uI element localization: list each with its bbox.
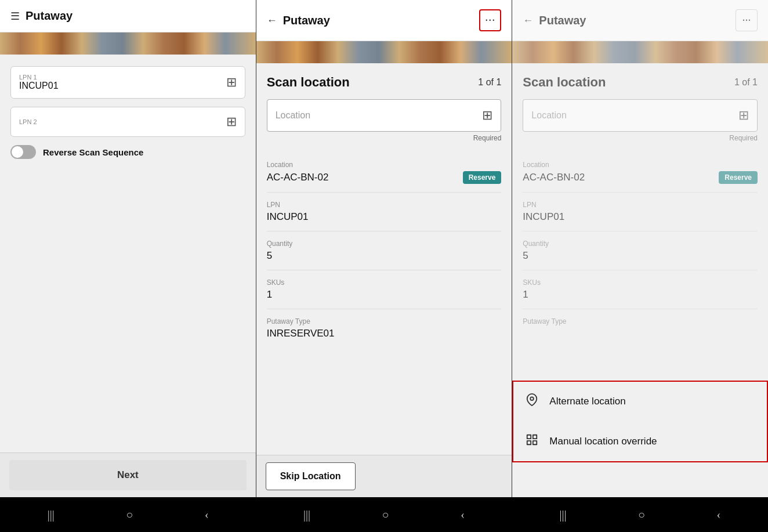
lpn2-field[interactable]: LPN 2 ⊞ — [10, 107, 245, 137]
grid-icon — [524, 433, 540, 450]
nav-recent-icon[interactable]: ||| — [48, 508, 55, 522]
screen1-header-left: ☰ Putaway — [10, 9, 73, 23]
nav-home-icon-3[interactable]: ○ — [638, 508, 645, 522]
screen3-skus-value: 1 — [523, 289, 758, 301]
screen3-location-input[interactable]: Location ⊞ — [523, 99, 758, 132]
screen3-scan-header: Scan location 1 of 1 — [523, 75, 758, 90]
nav-back-icon-2[interactable]: ‹ — [461, 508, 465, 522]
screen2-putaway-value: INRESERVE01 — [267, 328, 502, 339]
nav-back-icon[interactable]: ‹ — [205, 508, 209, 522]
screen3-more-icon: ··· — [742, 14, 751, 27]
screen2-skus-row: SKUs 1 — [267, 270, 502, 309]
screen3-location-value: AC-AC-BN-02 — [523, 172, 585, 183]
screen2-location-placeholder: Location — [276, 110, 311, 121]
screen3-qty-row: Quantity 5 — [523, 231, 758, 270]
screen2-location-input[interactable]: Location ⊞ — [267, 99, 502, 132]
screen2-more-button[interactable]: ··· — [479, 9, 501, 31]
screen2-skus-label: SKUs — [267, 278, 502, 287]
svg-rect-3 — [527, 441, 531, 444]
screen1-banner — [0, 32, 256, 55]
screen2-location-label: Location — [267, 161, 502, 169]
screen2-putaway-label: Putaway Type — [267, 317, 502, 325]
alternate-location-label: Alternate location — [549, 396, 625, 407]
screen3-reserve-badge: Reserve — [719, 171, 758, 184]
screen3-content: Scan location 1 of 1 Location ⊞ Required… — [512, 63, 768, 338]
screen3-title: Putaway — [539, 14, 586, 27]
lpn1-barcode-icon[interactable]: ⊞ — [226, 75, 237, 90]
screen2-skus-value: 1 — [267, 289, 502, 301]
screen3-back-icon[interactable]: ← — [523, 15, 533, 27]
screen2-content: Scan location 1 of 1 Location ⊞ Required… — [256, 63, 512, 455]
reverse-scan-toggle[interactable] — [10, 145, 36, 159]
screen2-lpn-value: INCUP01 — [267, 211, 502, 223]
svg-rect-1 — [527, 435, 531, 439]
nav-back-icon-3[interactable]: ‹ — [717, 508, 721, 522]
screen2-lpn-label: LPN — [267, 201, 502, 209]
screen3-header: ← Putaway ··· — [512, 0, 768, 41]
screen3-location-row: Location AC-AC-BN-02 Reserve — [523, 153, 758, 193]
nav-section-2: ||| ○ ‹ — [256, 497, 512, 532]
screen2-putaway-row: Putaway Type INRESERVE01 — [267, 309, 502, 348]
nav-section-1: ||| ○ ‹ — [0, 497, 256, 532]
lpn2-field-inner: LPN 2 — [19, 118, 37, 125]
nav-home-icon-2[interactable]: ○ — [382, 508, 389, 522]
nav-home-icon[interactable]: ○ — [126, 508, 133, 522]
screen1-bottom-bar: Next — [0, 453, 256, 497]
screen3: ← Putaway ··· Scan location 1 of 1 Locat… — [512, 0, 768, 497]
skip-location-button[interactable]: Skip Location — [266, 462, 356, 490]
manual-location-item[interactable]: Manual location override — [513, 422, 767, 461]
dropdown-menu: Alternate location Manual location overr… — [512, 381, 768, 462]
screen2-location-value-row: AC-AC-BN-02 Reserve — [267, 171, 502, 184]
screen3-qty-label: Quantity — [523, 240, 758, 248]
screen2-title: Putaway — [283, 14, 330, 27]
lpn1-field-inner: LPN 1 INCUP01 — [19, 74, 59, 91]
toggle-knob — [12, 146, 23, 158]
screen3-barcode-icon[interactable]: ⊞ — [738, 108, 749, 123]
screen2-location-value: AC-AC-BN-02 — [267, 172, 329, 183]
screen2-location-row: Location AC-AC-BN-02 Reserve — [267, 153, 502, 193]
nav-recent-icon-3[interactable]: ||| — [559, 508, 566, 522]
alternate-location-item[interactable]: Alternate location — [513, 382, 767, 422]
reverse-scan-label: Reverse Scan Sequence — [43, 147, 143, 157]
screen1-title: Putaway — [26, 9, 73, 23]
screen3-banner — [512, 41, 768, 63]
screen2-required-text: Required — [267, 134, 502, 142]
screen1: ☰ Putaway LPN 1 INCUP01 ⊞ LPN 2 ⊞ — [0, 0, 256, 497]
nav-section-3: ||| ○ ‹ — [512, 497, 768, 532]
reverse-scan-row: Reverse Scan Sequence — [10, 145, 245, 159]
pin-icon — [524, 393, 540, 410]
screen3-lpn-value: INCUP01 — [523, 211, 758, 223]
next-button[interactable]: Next — [9, 460, 247, 490]
hamburger-icon[interactable]: ☰ — [10, 10, 20, 23]
screen3-lpn-label: LPN — [523, 201, 758, 209]
nav-recent-icon-2[interactable]: ||| — [303, 508, 310, 522]
lpn1-value: INCUP01 — [19, 81, 59, 91]
screen2-barcode-icon[interactable]: ⊞ — [482, 108, 492, 123]
screen3-putaway-label: Putaway Type — [523, 317, 758, 325]
screen2: ← Putaway ··· Scan location 1 of 1 Locat… — [256, 0, 513, 497]
svg-rect-2 — [533, 435, 537, 439]
screen2-scan-header: Scan location 1 of 1 — [267, 75, 502, 90]
screen1-header: ☰ Putaway — [0, 0, 256, 32]
screen3-location-value-row: AC-AC-BN-02 Reserve — [523, 171, 758, 184]
screen2-bottom-bar: Skip Location — [256, 455, 512, 497]
screen3-location-label: Location — [523, 161, 758, 169]
screen3-required-text: Required — [523, 134, 758, 142]
screen3-header-left: ← Putaway — [523, 14, 586, 27]
screen2-scan-count: 1 of 1 — [478, 77, 501, 88]
lpn2-label: LPN 2 — [19, 118, 37, 125]
svg-rect-4 — [533, 441, 537, 444]
screen3-location-placeholder: Location — [531, 110, 567, 121]
screen3-scan-count: 1 of 1 — [734, 77, 758, 88]
lpn1-field[interactable]: LPN 1 INCUP01 ⊞ — [10, 66, 245, 99]
screen2-more-icon: ··· — [485, 14, 495, 27]
screen2-lpn-row: LPN INCUP01 — [267, 193, 502, 231]
lpn2-barcode-icon[interactable]: ⊞ — [226, 114, 237, 129]
screen3-qty-value: 5 — [523, 250, 758, 262]
screen2-reserve-badge: Reserve — [463, 171, 502, 184]
svg-point-0 — [531, 397, 534, 400]
screen3-more-button[interactable]: ··· — [736, 9, 758, 31]
screen3-scan-title: Scan location — [523, 75, 606, 90]
screen3-main-content: Scan location 1 of 1 Location ⊞ Required… — [512, 63, 768, 338]
screen2-back-icon[interactable]: ← — [267, 15, 277, 27]
